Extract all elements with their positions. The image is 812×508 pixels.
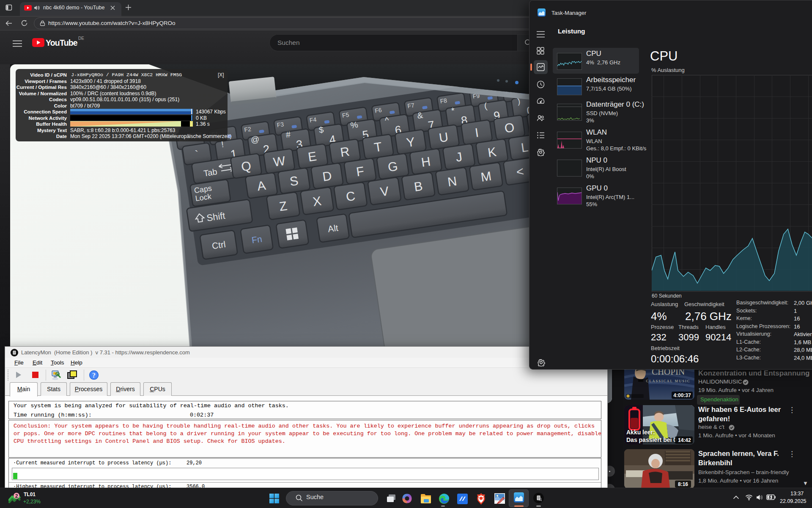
svg-text:W: W: [272, 154, 286, 169]
svg-text:2: 2: [15, 493, 18, 499]
svg-text:F3: F3: [277, 121, 285, 128]
svg-text:F8: F8: [440, 97, 448, 105]
svg-text:Q: Q: [240, 158, 252, 174]
svg-text:Fn: Fn: [251, 234, 263, 245]
svg-text:O: O: [503, 120, 515, 135]
svg-text:CLASSICAL MUSIC: CLASSICAL MUSIC: [646, 379, 690, 383]
svg-text:Ctrl: Ctrl: [211, 239, 226, 251]
svg-text:%: %: [350, 120, 359, 130]
svg-text:F7: F7: [407, 102, 415, 109]
svg-text:?: ?: [92, 372, 96, 379]
svg-text:M: M: [480, 169, 493, 184]
svg-text:@: @: [250, 134, 260, 145]
svg-text:Alt: Alt: [327, 223, 339, 234]
svg-text:Tab: Tab: [203, 167, 218, 178]
svg-text:8:16: 8:16: [678, 481, 688, 487]
svg-text:G: G: [387, 159, 399, 174]
svg-text:F4: F4: [309, 116, 317, 124]
svg-text:F2: F2: [244, 125, 252, 133]
svg-text:4:00:37: 4:00:37: [673, 392, 691, 398]
svg-text:F5: F5: [342, 111, 350, 119]
svg-text:F6: F6: [374, 106, 382, 114]
